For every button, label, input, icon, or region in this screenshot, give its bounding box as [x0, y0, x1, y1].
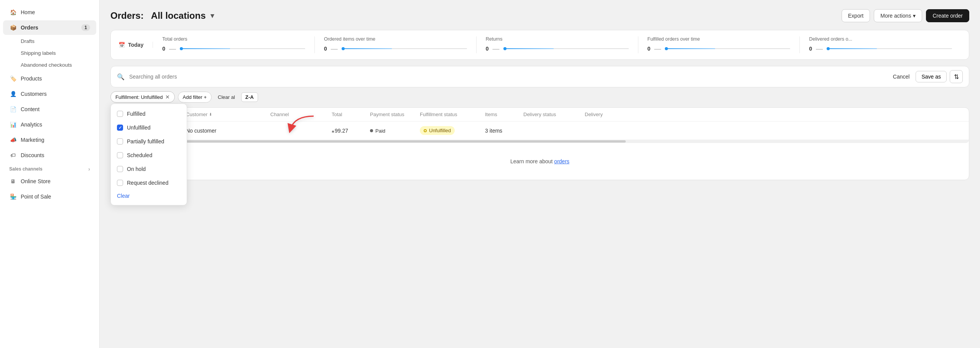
fulfilled-chart	[665, 44, 790, 53]
dropdown-clear-button[interactable]: Clear	[111, 190, 187, 202]
cell-total: ₼99.27	[332, 128, 370, 134]
stats-total-orders[interactable]: Total orders 0 —	[153, 36, 315, 53]
paid-badge: Paid	[370, 128, 385, 134]
cell-fulfillment-status: Unfulfilled	[420, 126, 485, 135]
stats-fulfilled-orders[interactable]: Fulfilled orders over time 0 —	[638, 36, 800, 53]
table-row[interactable]: at 05:05 am No customer ₼99.27 Paid Unfu…	[111, 121, 969, 140]
cell-items: 3 items	[485, 128, 523, 134]
stats-returns[interactable]: Returns 0 —	[477, 36, 638, 53]
search-actions: Cancel Save as ⇅	[890, 70, 963, 83]
learn-more-row: Learn more about orders	[111, 143, 969, 180]
chevron-down-icon: ▾	[913, 13, 916, 19]
table-scrollbar-thumb	[111, 140, 626, 143]
arrow-pointer	[287, 114, 317, 135]
on-hold-checkbox[interactable]	[117, 166, 123, 172]
sidebar-item-analytics[interactable]: 📊 Analytics	[3, 117, 96, 132]
sales-channels-label: Sales channels	[9, 166, 43, 172]
sidebar-item-products[interactable]: 🏷️ Products	[3, 71, 96, 86]
dropdown-item-scheduled[interactable]: Scheduled	[111, 148, 187, 162]
header-actions: Export More actions ▾ Create order	[842, 9, 969, 22]
sidebar-item-home[interactable]: 🏠 Home	[3, 5, 96, 20]
col-delivery: Delivery	[585, 112, 623, 117]
paid-dot	[370, 129, 373, 132]
remove-filter-button[interactable]: ✕	[165, 94, 170, 100]
dash-icon: —	[493, 45, 500, 53]
col-customer[interactable]: Customer ⬇	[186, 112, 270, 117]
stats-bar: 📅 Today Total orders 0 — Ordered items o…	[110, 30, 969, 60]
cancel-button[interactable]: Cancel	[890, 72, 913, 81]
dropdown-item-unfulfilled[interactable]: Unfulfilled	[111, 121, 187, 135]
col-payment-status: Payment status	[370, 112, 420, 117]
online-store-icon: 🖥	[9, 177, 17, 185]
table-scrollbar[interactable]	[111, 140, 969, 143]
sidebar-item-label: Home	[21, 9, 35, 15]
sort-icon: ⇅	[954, 73, 959, 80]
products-icon: 🏷️	[9, 75, 17, 82]
request-declined-checkbox[interactable]	[117, 180, 123, 186]
location-dropdown-button[interactable]: ▾	[209, 11, 215, 21]
unfulfilled-badge: Unfulfilled	[420, 126, 455, 135]
sidebar-sub-item-abandoned[interactable]: Abandoned checkouts	[3, 59, 96, 71]
sort-button[interactable]: ⇅	[950, 70, 963, 83]
cell-payment-status: Paid	[370, 127, 420, 134]
delivered-chart	[827, 44, 952, 53]
sidebar-sub-item-drafts[interactable]: Drafts	[3, 36, 96, 47]
content-icon: 📄	[9, 105, 17, 113]
col-fulfillment-status: Fulfillment status	[420, 112, 485, 117]
dash-icon: —	[169, 45, 176, 53]
col-total: Total	[332, 112, 370, 117]
dropdown-item-fulfilled[interactable]: Fulfilled	[111, 107, 187, 121]
dash-icon: —	[331, 45, 338, 53]
sidebar-item-label: Orders	[21, 25, 38, 31]
col-items: Items	[485, 112, 523, 117]
dropdown-item-partially-fulfilled[interactable]: Partially fulfilled	[111, 135, 187, 148]
stats-date[interactable]: 📅 Today	[118, 42, 153, 48]
sidebar-item-label: Analytics	[21, 121, 42, 128]
sidebar-item-label: Products	[21, 76, 42, 82]
unfulfilled-dot	[424, 129, 427, 132]
total-orders-chart	[180, 44, 305, 53]
dropdown-item-on-hold[interactable]: On hold	[111, 162, 187, 176]
sort-badge[interactable]: Z-A	[241, 92, 258, 102]
scheduled-checkbox[interactable]	[117, 152, 123, 158]
unfulfilled-checkbox[interactable]	[117, 125, 123, 131]
stats-delivered-orders[interactable]: Delivered orders o... 0 —	[800, 36, 961, 53]
search-input[interactable]	[129, 74, 885, 80]
orders-icon: 📦	[9, 24, 17, 31]
marketing-icon: 📣	[9, 136, 17, 144]
more-actions-button[interactable]: More actions ▾	[874, 9, 922, 22]
sidebar-item-customers[interactable]: 👤 Customers	[3, 87, 96, 101]
search-row: 🔍 Cancel Save as ⇅	[110, 66, 969, 87]
search-icon: 🔍	[117, 73, 125, 80]
create-order-button[interactable]: Create order	[926, 9, 969, 22]
orders-badge: 1	[81, 24, 90, 31]
save-as-button[interactable]: Save as	[916, 71, 947, 82]
sidebar-item-online-store[interactable]: 🖥 Online Store	[3, 174, 96, 189]
dash-icon: —	[816, 45, 823, 53]
active-filter-chip[interactable]: Fulfillment: Unfulfilled ✕	[110, 91, 175, 103]
stats-ordered-items[interactable]: Ordered items over time 0 —	[315, 36, 477, 53]
partially-fulfilled-checkbox[interactable]	[117, 138, 123, 144]
home-icon: 🏠	[9, 8, 17, 16]
sales-channels-chevron[interactable]: ›	[88, 166, 90, 172]
clear-all-button[interactable]: Clear al	[215, 93, 238, 102]
dropdown-item-request-declined[interactable]: Request declined	[111, 176, 187, 190]
sidebar-item-marketing[interactable]: 📣 Marketing	[3, 133, 96, 147]
orders-link[interactable]: orders	[554, 158, 569, 164]
fulfilled-checkbox[interactable]	[117, 111, 123, 117]
filter-row: Fulfillment: Unfulfilled ✕ Add filter + …	[110, 91, 969, 103]
sidebar-item-orders[interactable]: 📦 Orders 1	[3, 20, 96, 35]
abandoned-label: Abandoned checkouts	[21, 62, 72, 68]
export-button[interactable]: Export	[842, 9, 870, 22]
sidebar-item-label: Content	[21, 106, 39, 112]
drafts-label: Drafts	[21, 38, 35, 44]
fulfillment-filter-dropdown: Fulfilled Unfulfilled Partially fulfille…	[110, 103, 187, 205]
sidebar-item-label: Online Store	[21, 178, 51, 184]
sidebar-sub-item-shipping[interactable]: Shipping labels	[3, 48, 96, 59]
sidebar-item-content[interactable]: 📄 Content	[3, 102, 96, 117]
sidebar-item-point-of-sale[interactable]: 🏪 Point of Sale	[3, 189, 96, 204]
sidebar-item-discounts[interactable]: 🏷 Discounts	[3, 148, 96, 163]
add-filter-button[interactable]: Add filter +	[178, 92, 212, 103]
sidebar: 🏠 Home 📦 Orders 1 Drafts Shipping labels…	[0, 0, 100, 348]
table-header: Customer ⬇ Channel Total Payment status …	[111, 108, 969, 121]
